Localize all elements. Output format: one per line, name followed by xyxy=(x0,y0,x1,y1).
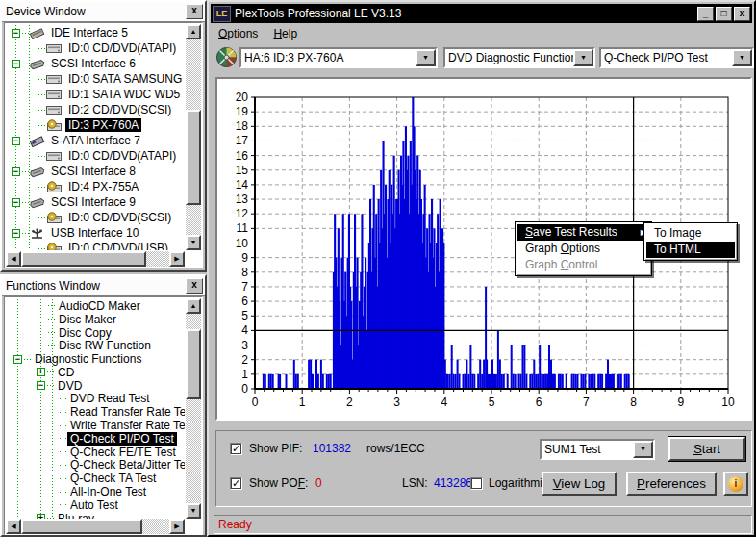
toolbar: HA:6 ID:3 PX-760A ▼ DVD Diagnostic Funct… xyxy=(211,44,752,73)
scroll-left-icon[interactable]: ◀ xyxy=(6,251,21,267)
expand-icon[interactable]: + xyxy=(37,368,45,376)
tree-item[interactable]: −USB Interface 10 xyxy=(6,225,185,241)
tree-connector xyxy=(48,319,56,320)
collapse-icon[interactable]: − xyxy=(12,167,20,176)
functions-window-titlebar[interactable]: Functions Window x xyxy=(2,276,205,296)
tree-item[interactable]: Q-Check Beta/Jitter Test xyxy=(6,459,185,473)
chevron-down-icon[interactable]: ▼ xyxy=(732,49,752,66)
collapse-icon[interactable]: − xyxy=(37,381,45,390)
tree-item[interactable]: Q-Check FE/TE Test xyxy=(6,446,185,459)
tree-item-label: ID:0 CD/DVD(ATAPI) xyxy=(65,149,179,163)
tree-connector xyxy=(22,202,30,203)
close-icon[interactable]: x xyxy=(186,4,203,19)
tree-item[interactable]: ID:3 PX-760A xyxy=(6,117,185,133)
main-titlebar[interactable]: LE PlexTools Professional LE V3.13 _ □ x xyxy=(211,4,752,23)
functions-tree-hscrollbar[interactable]: ◀ ▶ xyxy=(6,519,185,534)
tree-item[interactable]: ID:1 SATA WDC WD5 xyxy=(6,87,185,102)
logarithmic-checkbox[interactable]: ✓ xyxy=(470,477,483,490)
tree-item[interactable]: Disc Copy xyxy=(6,326,185,340)
tree-item[interactable]: AudioCD Maker xyxy=(6,299,185,313)
tree-item[interactable]: −IDE Interface 5 xyxy=(6,25,185,40)
chevron-down-icon[interactable]: ▼ xyxy=(573,49,593,66)
scroll-up-icon[interactable]: ▲ xyxy=(186,298,201,314)
tree-item-label: ID:0 SATA SAMSUNG xyxy=(65,72,185,86)
tree-item[interactable]: −S-ATA Interface 7 xyxy=(6,133,185,148)
maximize-icon[interactable]: □ xyxy=(716,7,732,21)
tree-item[interactable]: ID:0 CD/DVD(USB) xyxy=(6,241,185,250)
tree-item[interactable]: Q-Check PI/PO Test xyxy=(6,432,185,446)
tree-item[interactable]: Q-Check TA Test xyxy=(6,472,185,485)
tree-item[interactable]: −Diagnostic Functions xyxy=(6,352,185,366)
scsi-interface-icon xyxy=(30,58,45,70)
scroll-thumb[interactable] xyxy=(186,329,201,399)
scroll-right-icon[interactable]: ▶ xyxy=(169,519,185,534)
preferences-button[interactable]: Preferences xyxy=(626,472,717,496)
menu-item-graph-options[interactable]: Graph Options xyxy=(517,241,649,257)
menu-item-to-html[interactable]: To HTML xyxy=(646,242,735,258)
tree-item[interactable]: ID:0 CD/DVD(ATAPI) xyxy=(6,40,185,56)
svg-text:1: 1 xyxy=(241,368,248,381)
collapse-icon[interactable]: − xyxy=(12,229,20,238)
chevron-down-icon[interactable]: ▼ xyxy=(633,441,653,458)
menu-item-to-image[interactable]: To Image xyxy=(646,225,735,242)
start-button[interactable]: Start xyxy=(668,437,745,461)
tree-item[interactable]: Write Transfer Rate Test xyxy=(6,419,185,432)
tree-item[interactable]: ID:2 CD/DVD(SCSI) xyxy=(6,102,185,117)
close-icon[interactable]: x xyxy=(186,278,203,294)
minimize-icon[interactable]: _ xyxy=(697,7,714,21)
device-tree-vscrollbar[interactable]: ▲ ▼ xyxy=(186,24,201,250)
device-window-titlebar[interactable]: Device Window x xyxy=(2,2,205,22)
device-tree-hscrollbar[interactable]: ◀ ▶ xyxy=(6,251,185,267)
tree-item[interactable]: −SCSI Interface 6 xyxy=(6,56,185,71)
tree-item[interactable]: ID:4 PX-755A xyxy=(6,179,185,194)
info-button[interactable]: i xyxy=(723,472,748,496)
functions-window-title: Functions Window xyxy=(6,279,100,293)
scroll-down-icon[interactable]: ▼ xyxy=(186,503,201,519)
svg-text:2: 2 xyxy=(346,396,353,409)
tree-item[interactable]: +Blu-ray xyxy=(6,512,185,519)
category-select[interactable]: DVD Diagnostic Functions ▼ xyxy=(443,47,595,68)
tree-item[interactable]: Auto Test xyxy=(6,499,185,512)
pif-value: 101382 xyxy=(313,442,351,455)
show-pif-checkbox[interactable]: ✓ xyxy=(230,443,242,455)
tree-connector xyxy=(60,438,67,439)
menu-help[interactable]: Help xyxy=(265,25,305,42)
svg-text:3: 3 xyxy=(393,396,400,409)
collapse-icon[interactable]: − xyxy=(12,60,20,68)
tree-item[interactable]: ID:0 SATA SAMSUNG xyxy=(6,71,185,87)
scroll-right-icon[interactable]: ▶ xyxy=(169,251,185,267)
collapse-icon[interactable]: − xyxy=(13,355,22,364)
tree-connector xyxy=(38,48,46,49)
tree-item[interactable]: Disc RW Function xyxy=(6,339,185,352)
collapse-icon[interactable]: − xyxy=(12,137,20,145)
view-log-button[interactable]: View Log xyxy=(542,472,617,496)
show-pof-checkbox[interactable]: ✓ xyxy=(230,477,242,490)
chevron-down-icon[interactable]: ▼ xyxy=(416,49,436,66)
function-select[interactable]: Q-Check PI/PO Test ▼ xyxy=(599,47,754,68)
menu-item-save-test-results[interactable]: Save Test Results▶ xyxy=(517,224,649,241)
tree-item[interactable]: Disc Maker xyxy=(6,313,185,326)
close-icon[interactable]: x xyxy=(734,7,750,21)
device-select[interactable]: HA:6 ID:3 PX-760A ▼ xyxy=(239,47,438,68)
functions-tree-vscrollbar[interactable]: ▲ ▼ xyxy=(186,298,201,519)
menu-options[interactable]: Options xyxy=(211,25,265,42)
tree-item[interactable]: ID:0 CD/DVD(SCSI) xyxy=(6,210,185,225)
tree-item[interactable]: +CD xyxy=(6,366,185,379)
tree-item[interactable]: All-In-One Test xyxy=(6,485,185,499)
tree-item[interactable]: −SCSI Interface 9 xyxy=(6,194,185,210)
scroll-thumb[interactable] xyxy=(21,519,142,534)
svg-text:7: 7 xyxy=(583,396,590,409)
tree-item[interactable]: ID:0 CD/DVD(ATAPI) xyxy=(6,148,185,164)
tree-item[interactable]: Read Transfer Rate Test xyxy=(6,405,185,419)
tree-item[interactable]: DVD Read Test xyxy=(6,393,185,406)
scroll-left-icon[interactable]: ◀ xyxy=(6,519,21,534)
scroll-up-icon[interactable]: ▲ xyxy=(186,24,201,39)
scroll-down-icon[interactable]: ▼ xyxy=(186,235,201,250)
tree-item[interactable]: −SCSI Interface 8 xyxy=(6,164,185,179)
sum-test-select[interactable]: SUM1 Test ▼ xyxy=(540,439,655,460)
collapse-icon[interactable]: − xyxy=(12,198,20,207)
scroll-thumb[interactable] xyxy=(21,251,146,267)
tree-item[interactable]: −DVD xyxy=(6,379,185,393)
collapse-icon[interactable]: − xyxy=(12,29,20,38)
scroll-thumb[interactable] xyxy=(186,110,201,205)
